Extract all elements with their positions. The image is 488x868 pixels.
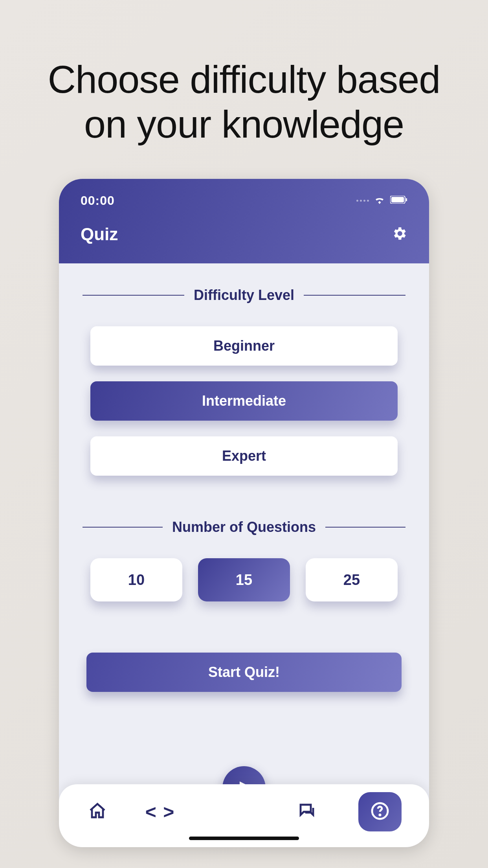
settings-button[interactable] <box>391 225 407 243</box>
difficulty-option-intermediate[interactable]: Intermediate <box>90 381 398 421</box>
divider <box>83 527 163 528</box>
help-icon <box>371 802 389 822</box>
cellular-dots-icon <box>356 200 369 202</box>
device-frame: 00:00 Quiz Difficulty Level <box>59 179 429 847</box>
divider <box>83 295 184 296</box>
difficulty-option-beginner[interactable]: Beginner <box>90 326 398 366</box>
nav-home[interactable] <box>86 801 108 823</box>
svg-rect-2 <box>406 198 407 201</box>
app-title: Quiz <box>81 224 118 244</box>
title-row: Quiz <box>81 224 407 244</box>
nav-chat[interactable] <box>296 801 318 823</box>
divider <box>325 527 405 528</box>
app-header: 00:00 Quiz <box>59 179 429 263</box>
section-title: Difficulty Level <box>194 287 294 303</box>
section-header-difficulty: Difficulty Level <box>83 287 405 303</box>
section-title: Number of Questions <box>172 519 316 535</box>
difficulty-options: Beginner Intermediate Expert <box>83 326 405 476</box>
divider <box>304 295 405 296</box>
nav-help[interactable] <box>358 792 402 831</box>
question-count-10[interactable]: 10 <box>90 558 182 601</box>
page-headline: Choose difficulty based on your knowledg… <box>0 0 488 147</box>
section-header-questions: Number of Questions <box>83 519 405 535</box>
content-area: Difficulty Level Beginner Intermediate E… <box>59 263 429 692</box>
wifi-icon <box>374 195 385 206</box>
code-icon: < > <box>145 801 175 823</box>
svg-rect-1 <box>391 197 404 202</box>
chat-icon <box>297 802 316 822</box>
svg-point-4 <box>380 815 380 815</box>
status-bar: 00:00 <box>81 191 407 210</box>
nav-code[interactable]: < > <box>149 801 171 823</box>
difficulty-option-expert[interactable]: Expert <box>90 436 398 476</box>
question-count-25[interactable]: 25 <box>306 558 398 601</box>
status-time: 00:00 <box>81 193 115 208</box>
question-count-options: 10 15 25 <box>83 558 405 601</box>
battery-icon <box>390 196 407 205</box>
status-right <box>356 195 407 206</box>
home-indicator <box>189 837 299 840</box>
start-quiz-button[interactable]: Start Quiz! <box>86 653 402 692</box>
home-icon <box>88 802 107 822</box>
question-count-15[interactable]: 15 <box>198 558 290 601</box>
